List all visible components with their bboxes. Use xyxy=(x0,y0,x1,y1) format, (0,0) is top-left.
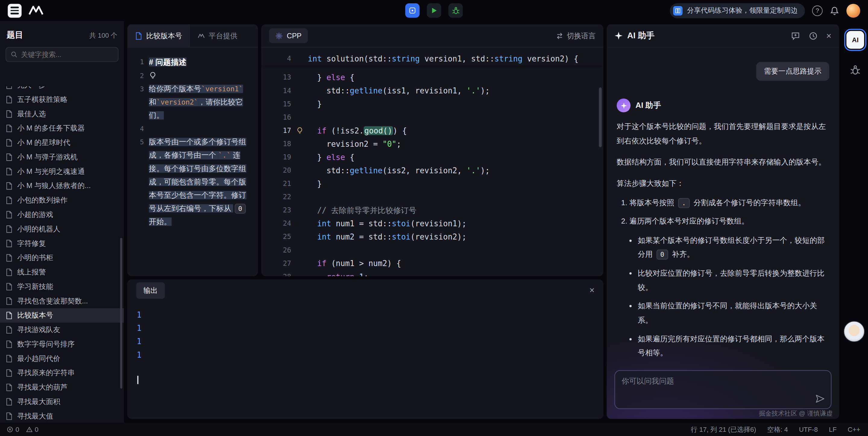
code-line[interactable]: 17 if (!iss2.good()) { xyxy=(261,124,603,137)
document-icon xyxy=(5,87,13,89)
sidebar-item[interactable]: 先人一步 xyxy=(0,87,124,93)
sidebar-item[interactable]: 小明的书柜 xyxy=(0,251,124,265)
status-cursor-position[interactable]: 行 17, 列 21 (已选择6) xyxy=(691,425,756,434)
layout-button[interactable] xyxy=(405,3,420,18)
problem-tab-bar: 比较版本号 平台提供 xyxy=(127,24,258,48)
user-avatar[interactable] xyxy=(846,4,860,18)
ai-list: 将版本号按照 . 分割成各个修订号的字符串数组。遍历两个版本号对应的修订号数组。 xyxy=(617,195,829,228)
code-line[interactable]: 4int solution(std::string version1, std:… xyxy=(261,52,603,65)
code-line[interactable]: 26 xyxy=(261,244,603,257)
new-chat-icon[interactable] xyxy=(791,31,800,40)
output-panel: 输出 × 1111 xyxy=(127,280,603,419)
output-close-icon[interactable]: × xyxy=(589,286,594,295)
sidebar-item[interactable]: 寻找游戏队友 xyxy=(0,323,124,337)
sidebar-item[interactable]: 小明的机器人 xyxy=(0,222,124,237)
editor-vertical-scrollbar[interactable] xyxy=(599,87,601,147)
ai-panel-title: AI 助手 xyxy=(627,30,654,41)
code-line[interactable]: 15 } xyxy=(261,97,603,111)
sidebar-item[interactable]: 学习新技能 xyxy=(0,280,124,294)
sidebar-scrollbar[interactable] xyxy=(120,238,122,389)
code-line[interactable]: 25 int num2 = std::stoi(revision2); xyxy=(261,230,603,244)
problem-line[interactable]: 1# 问题描述 xyxy=(133,56,251,69)
history-icon[interactable] xyxy=(809,31,817,40)
problem-line[interactable]: 4 xyxy=(133,122,251,135)
status-indent[interactable]: 空格: 4 xyxy=(767,425,788,434)
sidebar-item[interactable]: 小 M 与光明之魂速通 xyxy=(0,164,124,179)
sidebar-item[interactable]: 小包的数列操作 xyxy=(0,193,124,208)
code-line[interactable]: 13 } else { xyxy=(261,71,603,84)
ai-input-box[interactable] xyxy=(615,370,832,409)
code-line[interactable]: 14 std::getline(iss1, revision1, '.'); xyxy=(261,84,603,97)
search-icon xyxy=(10,51,18,58)
sidebar-item[interactable]: 小超的游戏 xyxy=(0,208,124,222)
sidebar-item[interactable]: 小 M 的多任务下载器 xyxy=(0,121,124,135)
code-line[interactable]: 16 xyxy=(261,111,603,124)
switch-language-button[interactable]: 切换语言 xyxy=(556,31,595,41)
tab-problem[interactable]: 比较版本号 xyxy=(127,24,190,47)
sidebar-item[interactable]: 字符修复 xyxy=(0,236,124,251)
sidebar-item[interactable]: 线上报警 xyxy=(0,265,124,280)
feedback-bug-icon[interactable] xyxy=(849,65,861,76)
marscode-logo-icon[interactable] xyxy=(28,5,44,15)
problem-line[interactable]: 3给你两个版本号`version1` 和`version2`，请你比较它们。 xyxy=(133,83,251,122)
notifications-bell-icon[interactable] xyxy=(830,6,839,15)
send-icon[interactable] xyxy=(815,394,825,403)
search-box[interactable] xyxy=(5,47,119,62)
sidebar-item[interactable]: 小 M 与弹子游戏机 xyxy=(0,150,124,164)
code-line[interactable]: 18 revision2 = "0"; xyxy=(261,137,603,151)
sidebar-item[interactable]: 五子棋获胜策略 xyxy=(0,93,124,107)
sidebar-item[interactable]: 最小趋同代价 xyxy=(0,351,124,366)
sidebar-item[interactable]: 寻找原来的字符串 xyxy=(0,366,124,380)
ai-close-icon[interactable]: × xyxy=(827,31,832,40)
ai-assistant-rail-button[interactable]: AI xyxy=(846,31,864,49)
document-icon xyxy=(5,110,13,118)
play-icon xyxy=(430,7,438,14)
status-encoding[interactable]: UTF-8 xyxy=(799,426,818,433)
sidebar-item[interactable]: 比较版本号 xyxy=(0,308,124,323)
app-logo-icon[interactable] xyxy=(8,4,22,18)
language-tab[interactable]: CPP xyxy=(269,28,308,43)
code-line[interactable]: 21 } xyxy=(261,177,603,190)
code-line[interactable]: 28 return 1; xyxy=(261,270,603,276)
sidebar-item[interactable]: 小 M 与狼人拯救者的... xyxy=(0,179,124,193)
run-button[interactable] xyxy=(427,3,441,18)
problem-line[interactable]: 2 xyxy=(133,69,251,83)
code-editor[interactable]: 4int solution(std::string version1, std:… xyxy=(261,48,603,276)
help-button[interactable]: ? xyxy=(812,5,823,16)
status-errors[interactable]: 0 xyxy=(7,426,19,433)
sparkle-icon xyxy=(615,32,623,40)
document-icon xyxy=(5,412,13,420)
sidebar-item[interactable]: 最佳人选 xyxy=(0,107,124,121)
debug-button[interactable] xyxy=(448,3,463,18)
sidebar-item[interactable]: 小 M 的星球时代 xyxy=(0,135,124,150)
lightbulb-icon xyxy=(149,71,157,80)
sidebar-item[interactable]: 数字字母问号排序 xyxy=(0,337,124,352)
switch-language-label: 切换语言 xyxy=(567,31,596,41)
status-language[interactable]: C++ xyxy=(848,426,861,433)
problem-line[interactable]: 5版本号由一个或多个修订号组成，各修订号由一个 `.` 连接。每个修订号由多位数… xyxy=(133,135,251,229)
sidebar-item[interactable]: 寻找最大值 xyxy=(0,409,124,423)
problem-content[interactable]: 1# 问题描述23给你两个版本号`version1` 和`version2`，请… xyxy=(127,48,258,229)
sidebar-item[interactable]: 寻找最大的葫芦 xyxy=(0,380,124,395)
promo-banner[interactable]: 分享代码练习体验，领限量定制周边 xyxy=(670,3,805,18)
search-input[interactable] xyxy=(21,51,114,58)
document-icon xyxy=(5,341,13,348)
mascot-avatar[interactable] xyxy=(844,321,865,342)
ai-paragraph: 数据结构方面，我们可以直接使用字符串来存储输入的版本号。 xyxy=(617,155,829,169)
code-line[interactable]: 20 std::getline(iss2, revision2, '.'); xyxy=(261,164,603,177)
output-tab[interactable]: 输出 xyxy=(136,282,165,299)
ai-input-field[interactable] xyxy=(615,371,831,409)
status-warnings[interactable]: 0 xyxy=(26,426,38,433)
sidebar-item[interactable]: 寻找包含斐波那契数... xyxy=(0,294,124,308)
editor-lines: 13 } else {14 std::getline(iss1, revisio… xyxy=(261,71,603,276)
code-line[interactable]: 19 } else { xyxy=(261,151,603,164)
code-line[interactable]: 22 xyxy=(261,190,603,204)
code-line[interactable]: 23 // 去除前导零并比较修订号 xyxy=(261,204,603,217)
tab-platform[interactable]: 平台提供 xyxy=(190,24,245,47)
status-eol[interactable]: LF xyxy=(829,426,837,433)
hint-button[interactable]: 需要一点思路提示 xyxy=(756,62,829,81)
sidebar-item[interactable]: 寻找最大面积 xyxy=(0,395,124,409)
problem-list: 先人一步五子棋获胜策略最佳人选小 M 的多任务下载器小 M 的星球时代小 M 与… xyxy=(0,87,124,423)
code-line[interactable]: 24 int num1 = std::stoi(revision1); xyxy=(261,217,603,230)
code-line[interactable]: 27 if (num1 > num2) { xyxy=(261,257,603,270)
